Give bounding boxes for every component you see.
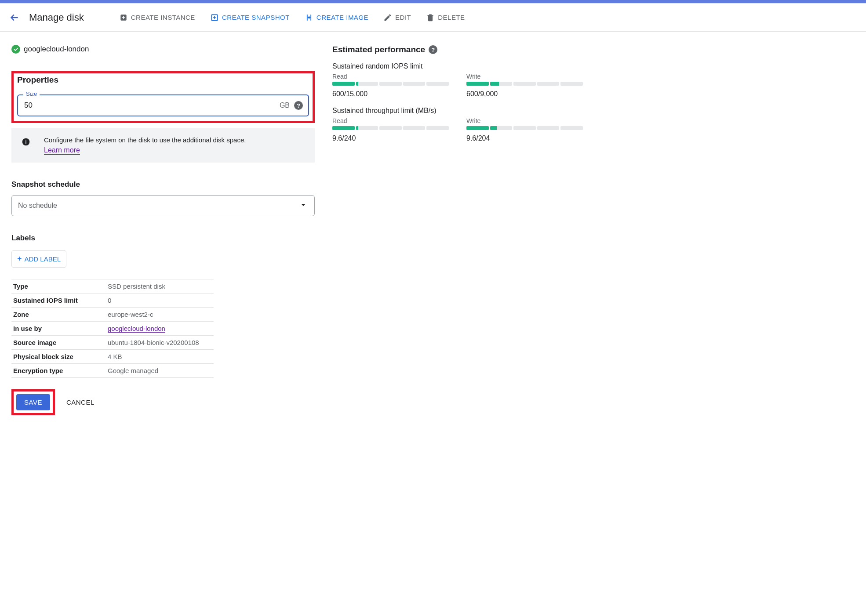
bar-segment: [379, 82, 402, 86]
throughput-title: Sustained throughput limit (MB/s): [332, 107, 583, 115]
size-field[interactable]: Size GB ?: [17, 94, 309, 116]
status-check-icon: [11, 45, 20, 54]
iops-title: Sustained random IOPS limit: [332, 62, 583, 70]
pencil-icon: [383, 13, 392, 22]
iops-write-label: Write: [466, 73, 583, 80]
bar-segment: [513, 82, 536, 86]
info-banner: Configure the file system on the disk to…: [11, 128, 315, 163]
info-text: Configure the file system on the disk to…: [44, 136, 246, 144]
table-row: In use bygooglecloud-london: [11, 322, 214, 336]
labels-heading: Labels: [11, 234, 315, 243]
bar-segment: [403, 82, 426, 86]
learn-more-link[interactable]: Learn more: [44, 146, 80, 155]
detail-link[interactable]: googlecloud-london: [108, 325, 165, 333]
throughput-read-label: Read: [332, 117, 449, 124]
plus-icon: +: [17, 254, 22, 264]
bar-segment: [537, 82, 560, 86]
throughput-write-value: 9.6/204: [466, 134, 583, 142]
add-label-text: ADD LABEL: [25, 255, 61, 263]
page-header: Manage disk CREATE INSTANCE CREATE SNAPS…: [0, 4, 866, 32]
iops-read-value: 600/15,000: [332, 90, 449, 98]
bar-segment: [403, 126, 426, 130]
snapshot-heading: Snapshot schedule: [11, 180, 315, 189]
delete-label: DELETE: [438, 14, 465, 21]
top-strip: [0, 0, 866, 4]
properties-heading: Properties: [17, 75, 309, 85]
save-button[interactable]: SAVE: [16, 394, 50, 410]
bar-segment: [356, 82, 378, 86]
detail-key: Source image: [11, 336, 106, 350]
detail-value: Google managed: [106, 364, 214, 378]
size-help-icon[interactable]: ?: [294, 101, 303, 110]
page-title: Manage disk: [29, 12, 84, 23]
create-snapshot-button[interactable]: CREATE SNAPSHOT: [210, 13, 290, 22]
table-row: Encryption typeGoogle managed: [11, 364, 214, 378]
detail-key: Zone: [11, 308, 106, 322]
create-snapshot-label: CREATE SNAPSHOT: [222, 14, 290, 21]
bar-segment: [537, 126, 560, 130]
create-image-button[interactable]: CREATE IMAGE: [305, 13, 368, 22]
create-instance-button[interactable]: CREATE INSTANCE: [119, 13, 195, 22]
create-instance-label: CREATE INSTANCE: [131, 14, 195, 21]
details-table: TypeSSD persistent diskSustained IOPS li…: [11, 279, 214, 378]
info-icon: [21, 137, 31, 147]
size-input[interactable]: [23, 101, 280, 110]
save-highlight-box: SAVE: [11, 389, 55, 415]
chevron-down-icon: [298, 200, 308, 211]
detail-key: In use by: [11, 322, 106, 336]
svg-point-4: [25, 140, 26, 141]
detail-key: Physical block size: [11, 350, 106, 364]
create-image-icon: [305, 13, 313, 22]
table-row: Source imageubuntu-1804-bionic-v20200108: [11, 336, 214, 350]
trash-icon: [426, 13, 435, 22]
cancel-button[interactable]: CANCEL: [66, 399, 95, 406]
size-unit: GB: [280, 101, 290, 109]
throughput-write-cell: Write 9.6/204: [466, 117, 583, 142]
iops-read-bar: [332, 82, 449, 86]
resource-name: googlecloud-london: [24, 45, 89, 54]
table-row: TypeSSD persistent disk: [11, 279, 214, 294]
detail-value: europe-west2-c: [106, 308, 214, 322]
snapshot-select[interactable]: No schedule: [11, 195, 315, 216]
throughput-read-bar: [332, 126, 449, 130]
throughput-write-label: Write: [466, 117, 583, 124]
throughput-read-cell: Read 9.6/240: [332, 117, 449, 142]
create-instance-icon: [119, 13, 128, 22]
create-snapshot-icon: [210, 13, 219, 22]
edit-button[interactable]: EDIT: [383, 13, 411, 22]
detail-value: googlecloud-london: [106, 322, 214, 336]
table-row: Zoneeurope-west2-c: [11, 308, 214, 322]
svg-rect-3: [25, 141, 26, 144]
bar-segment: [426, 126, 449, 130]
delete-button[interactable]: DELETE: [426, 13, 465, 22]
bar-segment: [560, 82, 583, 86]
detail-key: Type: [11, 279, 106, 294]
iops-write-cell: Write 600/9,000: [466, 73, 583, 98]
performance-heading: Estimated performance ?: [332, 45, 583, 54]
add-label-button[interactable]: + ADD LABEL: [11, 250, 66, 268]
bar-segment: [356, 126, 378, 130]
throughput-read-value: 9.6/240: [332, 134, 449, 142]
bar-segment: [332, 126, 355, 130]
performance-help-icon[interactable]: ?: [429, 45, 437, 54]
performance-heading-text: Estimated performance: [332, 45, 425, 54]
bar-segment: [466, 126, 489, 130]
bar-segment: [466, 82, 489, 86]
resource-header: googlecloud-london: [11, 45, 315, 54]
bar-segment: [490, 82, 513, 86]
bar-segment: [379, 126, 402, 130]
detail-key: Encryption type: [11, 364, 106, 378]
bar-segment: [513, 126, 536, 130]
bar-segment: [490, 126, 513, 130]
table-row: Physical block size4 KB: [11, 350, 214, 364]
back-arrow-icon[interactable]: [9, 12, 20, 23]
detail-value: 4 KB: [106, 350, 214, 364]
create-image-label: CREATE IMAGE: [317, 14, 368, 21]
bar-segment: [332, 82, 355, 86]
detail-value: ubuntu-1804-bionic-v20200108: [106, 336, 214, 350]
iops-write-value: 600/9,000: [466, 90, 583, 98]
snapshot-value: No schedule: [18, 202, 57, 210]
detail-value: 0: [106, 294, 214, 308]
throughput-write-bar: [466, 126, 583, 130]
detail-value: SSD persistent disk: [106, 279, 214, 294]
